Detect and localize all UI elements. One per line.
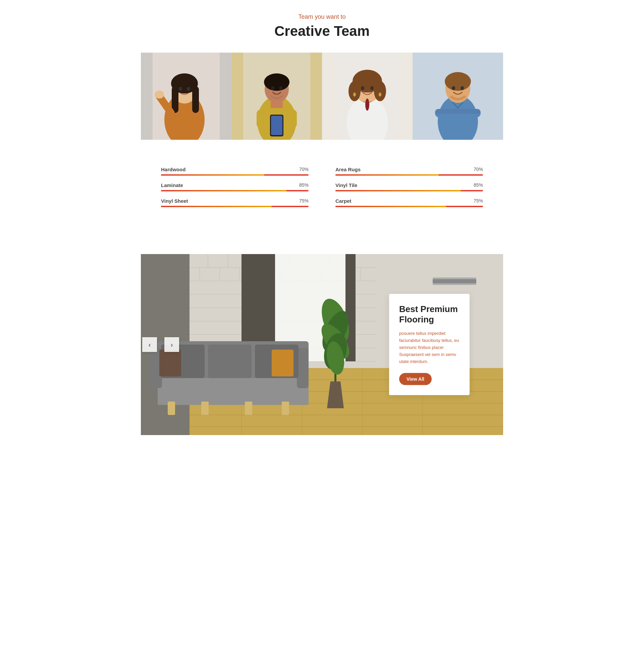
svg-point-8 [179, 87, 182, 91]
prev-arrow-button[interactable]: ‹ [142, 337, 157, 352]
svg-point-19 [271, 86, 274, 90]
svg-point-7 [154, 91, 164, 98]
next-arrow-button[interactable]: › [164, 337, 179, 352]
skill-laminate: Laminate 85% [161, 182, 309, 191]
skills-left: Hardwood 70% Laminate 85% [161, 167, 309, 214]
skill-vinyl-sheet-bar [161, 206, 309, 207]
svg-point-13 [264, 73, 290, 91]
chevron-left-icon: ‹ [149, 341, 151, 348]
hero-card: Best Premium Flooring posuere tellus imp… [389, 294, 470, 395]
svg-rect-91 [245, 402, 252, 415]
svg-point-9 [187, 87, 190, 91]
skill-laminate-bar [161, 190, 309, 191]
skill-vinyl-sheet: Vinyl Sheet 75% [161, 198, 309, 207]
skill-vinyl-tile-pct: 85% [474, 182, 483, 188]
hero-card-desc: posuere tellus imperdiet faciurabitur fa… [399, 330, 460, 365]
skill-laminate-name: Laminate [161, 182, 183, 188]
svg-rect-38 [435, 109, 481, 114]
skill-area-rugs-bar [335, 174, 483, 176]
svg-rect-16 [289, 110, 297, 128]
skills-right: Area Rugs 70% Vinyl Tile 85% [335, 167, 483, 214]
skill-carpet: Carpet 75% [335, 198, 483, 207]
team-grid [141, 53, 503, 140]
svg-point-40 [461, 86, 464, 90]
svg-rect-15 [257, 110, 265, 128]
svg-rect-88 [297, 348, 309, 388]
view-all-button[interactable]: View All [399, 373, 432, 385]
svg-point-26 [349, 81, 361, 101]
svg-point-29 [361, 86, 364, 90]
skill-laminate-pct: 85% [299, 182, 309, 188]
svg-rect-96 [159, 349, 181, 376]
skill-vinyl-tile: Vinyl Tile 85% [335, 182, 483, 191]
svg-point-32 [379, 93, 381, 97]
svg-point-31 [353, 93, 356, 97]
chevron-right-icon: › [171, 341, 173, 348]
svg-rect-92 [282, 402, 289, 415]
skill-area-rugs: Area Rugs 70% [335, 167, 483, 176]
skill-hardwood-pct: 70% [299, 167, 309, 172]
skill-carpet-name: Carpet [335, 198, 351, 204]
skill-hardwood: Hardwood 70% [161, 167, 309, 176]
hero-section: Best Premium Flooring posuere tellus imp… [141, 254, 503, 435]
svg-rect-94 [208, 345, 252, 378]
svg-rect-90 [201, 402, 209, 415]
svg-rect-5 [192, 86, 199, 113]
team-section: Team you want to Creative Team [141, 0, 503, 254]
svg-rect-89 [168, 402, 175, 415]
team-card-3 [322, 53, 412, 140]
skill-vinyl-tile-bar [335, 190, 483, 191]
team-card-2 [232, 53, 322, 140]
svg-point-36 [445, 72, 471, 91]
skill-hardwood-name: Hardwood [161, 167, 185, 172]
skill-carpet-pct: 75% [474, 198, 483, 204]
svg-rect-74 [433, 279, 476, 283]
svg-point-39 [452, 86, 455, 90]
svg-point-21 [269, 95, 284, 101]
team-card-4 [412, 53, 503, 140]
svg-point-30 [370, 86, 374, 90]
skill-hardwood-bar [161, 174, 309, 176]
svg-point-28 [365, 98, 369, 111]
svg-rect-86 [158, 378, 309, 405]
skills-grid: Hardwood 70% Laminate 85% [161, 167, 483, 214]
team-card-1 [141, 53, 232, 140]
team-subtitle: Team you want to [141, 14, 503, 20]
skills-section: Hardwood 70% Laminate 85% [141, 160, 503, 234]
svg-rect-18 [271, 116, 282, 135]
hero-card-title: Best Premium Flooring [399, 304, 460, 325]
svg-rect-97 [272, 349, 294, 376]
skill-area-rugs-name: Area Rugs [335, 167, 361, 172]
svg-point-20 [279, 86, 282, 90]
svg-rect-14 [271, 101, 283, 108]
skill-vinyl-sheet-pct: 75% [299, 198, 309, 204]
team-title: Creative Team [141, 23, 503, 39]
svg-point-27 [374, 81, 386, 101]
skill-area-rugs-pct: 70% [474, 167, 483, 172]
skill-carpet-bar [335, 206, 483, 207]
skill-vinyl-sheet-name: Vinyl Sheet [161, 198, 188, 204]
skill-vinyl-tile-name: Vinyl Tile [335, 182, 357, 188]
